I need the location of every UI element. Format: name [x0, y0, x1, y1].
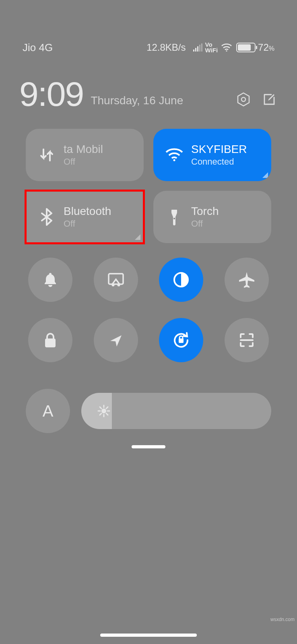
- carrier-label: Jio 4G: [23, 41, 53, 54]
- torch-title: Torch: [191, 205, 219, 218]
- mute-toggle[interactable]: [28, 258, 72, 302]
- battery-percent: 72%: [258, 42, 274, 53]
- wifi-sub: Connected: [191, 157, 247, 167]
- svg-rect-9: [171, 210, 177, 213]
- lock-icon: [43, 332, 57, 348]
- gesture-nav-bar[interactable]: [100, 634, 197, 637]
- svg-rect-16: [179, 339, 184, 343]
- dark-mode-toggle[interactable]: [159, 258, 203, 302]
- panel-drag-handle[interactable]: [132, 445, 165, 448]
- location-arrow-icon: [108, 332, 124, 348]
- clock-time: 9:09: [19, 76, 83, 111]
- battery-icon: [236, 43, 256, 52]
- airplane-icon: [237, 270, 256, 289]
- mobile-data-icon: [35, 147, 58, 163]
- contrast-icon: [172, 270, 190, 289]
- location-toggle[interactable]: [94, 318, 138, 362]
- svg-rect-1: [195, 48, 196, 52]
- network-speed: 12.8KB/s: [146, 42, 186, 53]
- svg-point-7: [241, 97, 245, 101]
- wifi-icon: [163, 148, 186, 162]
- signal-icon: [193, 43, 203, 52]
- bluetooth-sub: Off: [64, 219, 111, 229]
- svg-rect-3: [199, 45, 200, 52]
- scanner-toggle[interactable]: [225, 318, 269, 362]
- svg-rect-15: [45, 339, 56, 347]
- battery-fill: [238, 44, 251, 51]
- rotation-lock-icon: [171, 330, 191, 350]
- torch-sub: Off: [191, 219, 219, 229]
- scissors-screen-icon: [107, 272, 125, 287]
- battery-percent-int: 72: [258, 42, 269, 53]
- wifi-tile[interactable]: SKYFIBER Connected: [153, 129, 271, 181]
- svg-point-5: [226, 50, 227, 52]
- bluetooth-icon: [35, 208, 58, 226]
- svg-point-18: [101, 409, 106, 413]
- bluetooth-title: Bluetooth: [64, 205, 111, 218]
- svg-marker-6: [238, 93, 249, 106]
- auto-brightness-label: A: [43, 402, 54, 420]
- mobile-data-tile[interactable]: ta Mobil Off: [26, 129, 144, 181]
- svg-rect-2: [197, 46, 198, 52]
- brightness-icon: [97, 405, 110, 417]
- vowifi-bottom: WiFi: [205, 47, 218, 54]
- svg-rect-4: [201, 43, 202, 52]
- bell-icon: [42, 271, 58, 288]
- airplane-mode-toggle[interactable]: [225, 258, 269, 302]
- svg-line-26: [106, 407, 108, 409]
- bluetooth-tile[interactable]: Bluetooth Off: [26, 191, 144, 243]
- bluetooth-expand-corner-icon[interactable]: [135, 234, 140, 240]
- mobile-data-title: ta Mobil: [64, 143, 103, 156]
- wifi-expand-corner-icon[interactable]: [262, 172, 268, 178]
- scanner-icon: [238, 332, 255, 349]
- quicksettings-tile-grid: ta Mobil Off SKYFIBER Connected Bluetoot: [26, 129, 271, 243]
- svg-line-24: [106, 413, 108, 415]
- svg-line-23: [100, 407, 101, 409]
- wifi-title: SKYFIBER: [191, 143, 247, 156]
- svg-point-8: [173, 159, 175, 161]
- status-bar: Jio 4G 12.8KB/s Vo WiFi 72%: [0, 39, 297, 56]
- battery-percent-sign: %: [269, 45, 274, 52]
- mobile-data-labels: ta Mobil Off: [64, 143, 103, 167]
- clock-row: 9:09 Thursday, 16 June: [19, 76, 278, 111]
- watermark: wsxdn.com: [270, 617, 295, 622]
- settings-button[interactable]: [235, 91, 252, 108]
- auto-brightness-toggle[interactable]: A: [26, 389, 70, 433]
- edit-button[interactable]: [261, 91, 278, 108]
- brightness-slider[interactable]: [81, 393, 271, 429]
- svg-point-12: [111, 284, 114, 287]
- svg-point-10: [173, 218, 175, 219]
- torch-labels: Torch Off: [191, 205, 219, 229]
- clock-date: Thursday, 16 June: [91, 94, 183, 107]
- bluetooth-labels: Bluetooth Off: [64, 205, 111, 229]
- screenshot-toggle[interactable]: [94, 258, 138, 302]
- svg-rect-0: [193, 50, 194, 52]
- svg-line-25: [100, 413, 101, 415]
- torch-icon: [163, 208, 186, 226]
- lock-toggle[interactable]: [28, 318, 72, 362]
- quicksettings-round-grid: [26, 258, 271, 362]
- svg-point-13: [117, 284, 120, 287]
- mobile-data-sub: Off: [64, 157, 103, 167]
- torch-tile[interactable]: Torch Off: [153, 191, 271, 243]
- vowifi-icon: Vo WiFi: [205, 42, 218, 53]
- rotation-lock-toggle[interactable]: [159, 318, 203, 362]
- wifi-status-icon: [221, 43, 232, 52]
- wifi-labels: SKYFIBER Connected: [191, 143, 247, 167]
- brightness-row: A: [26, 389, 271, 433]
